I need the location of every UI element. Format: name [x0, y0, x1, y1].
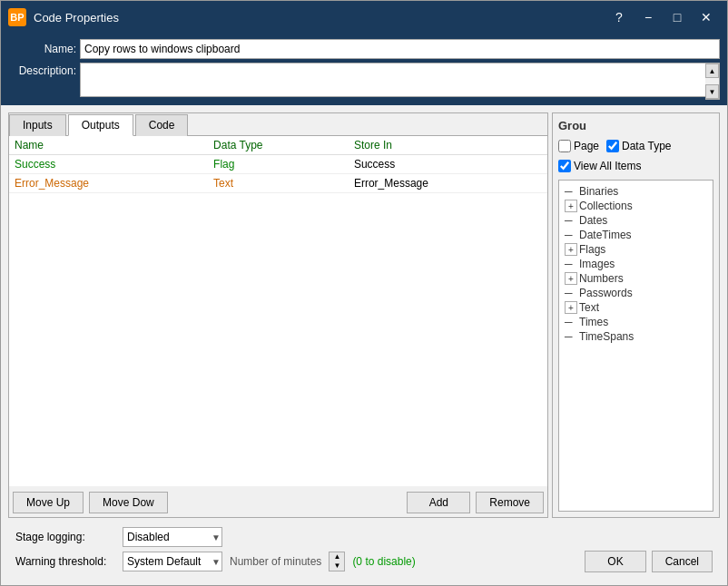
- col-storein: Store In: [349, 136, 547, 155]
- list-item: ─ Binaries: [565, 184, 707, 199]
- table-buttons: Move Up Move Dow Add Remove: [9, 486, 547, 517]
- help-button[interactable]: ?: [605, 5, 633, 30]
- close-button[interactable]: ✕: [693, 5, 720, 30]
- main-area: Inputs Outputs Code Name Data Type Store…: [8, 112, 720, 518]
- tree-line: ─: [565, 316, 577, 328]
- warning-threshold-label: Warning threshold:: [15, 555, 115, 568]
- spinner-down-button[interactable]: ▼: [330, 562, 344, 571]
- minutes-spinner: ▲ ▼: [329, 552, 345, 571]
- remove-button[interactable]: Remove: [476, 492, 544, 513]
- main-window: BP Code Properties ? − □ ✕ Name: Descrip…: [0, 0, 728, 586]
- list-item: + Text: [565, 300, 707, 315]
- list-item: ─ Passwords: [565, 286, 707, 300]
- list-item: + Numbers: [565, 271, 707, 286]
- scroll-down-arrow[interactable]: ▼: [705, 84, 719, 99]
- maximize-button[interactable]: □: [664, 5, 691, 30]
- list-item: ─ TimeSpans: [565, 329, 707, 344]
- tab-code[interactable]: Code: [135, 114, 189, 136]
- window-title: Code Properties: [34, 11, 119, 24]
- group-title: Grou: [558, 119, 713, 132]
- tree-item-label: TimeSpans: [579, 330, 634, 343]
- table-row[interactable]: Error_Message Text Error_Message: [9, 174, 547, 193]
- name-input[interactable]: [80, 39, 720, 59]
- row-datatype: Flag: [208, 155, 349, 174]
- viewall-option: View All Items: [558, 160, 713, 172]
- group-options: Page Data Type: [558, 140, 713, 152]
- stage-logging-select-wrapper: Disabled Enabled ▼: [123, 527, 222, 547]
- move-up-button[interactable]: Move Up: [13, 492, 84, 513]
- tree-expander[interactable]: +: [565, 200, 577, 212]
- footer: Stage logging: Disabled Enabled ▼ Warnin…: [8, 522, 720, 578]
- tree-line: ─: [565, 214, 577, 227]
- tree-area: ─ Binaries + Collections ─ Dates ─ DateT…: [558, 180, 713, 512]
- page-checkbox[interactable]: [558, 140, 571, 152]
- scroll-up-arrow[interactable]: ▲: [705, 63, 719, 78]
- right-panel: Grou Page Data Type View All Items: [552, 112, 720, 518]
- minimize-button[interactable]: −: [635, 5, 662, 30]
- table-area: Name Data Type Store In Success Flag Suc…: [9, 136, 547, 486]
- cancel-button[interactable]: Cancel: [652, 551, 713, 572]
- add-button[interactable]: Add: [407, 492, 470, 513]
- tab-inputs[interactable]: Inputs: [9, 114, 66, 136]
- desc-input-wrapper: ▲ ▼: [80, 63, 720, 100]
- titlebar: BP Code Properties ? − □ ✕: [1, 1, 727, 34]
- move-down-button[interactable]: Move Dow: [89, 492, 168, 513]
- col-name: Name: [9, 136, 208, 155]
- desc-scrollbar: ▲ ▼: [705, 63, 720, 100]
- tree-line: ─: [565, 258, 577, 270]
- tab-outputs[interactable]: Outputs: [68, 114, 133, 136]
- tree-line: ─: [565, 287, 577, 299]
- list-item: + Flags: [565, 242, 707, 257]
- warning-threshold-select[interactable]: System Default: [123, 552, 222, 571]
- list-item: ─ Times: [565, 315, 707, 329]
- tree-item-label: Flags: [579, 243, 605, 256]
- ok-button[interactable]: OK: [585, 551, 645, 572]
- tree-item-label: Binaries: [579, 185, 618, 198]
- warning-threshold-row: Warning threshold: System Default ▼ Numb…: [15, 551, 713, 572]
- page-label: Page: [574, 140, 599, 152]
- tree-item-label: Numbers: [579, 272, 624, 285]
- stage-logging-select[interactable]: Disabled Enabled: [123, 527, 222, 547]
- page-option: Page: [558, 140, 599, 152]
- table-row[interactable]: Success Flag Success: [9, 155, 547, 174]
- col-datatype: Data Type: [208, 136, 349, 155]
- number-of-minutes-label: Number of minutes: [230, 555, 321, 568]
- disable-hint: (0 to disable): [352, 555, 415, 568]
- desc-input[interactable]: [80, 63, 720, 97]
- left-panel: Inputs Outputs Code Name Data Type Store…: [8, 112, 548, 518]
- stage-logging-row: Stage logging: Disabled Enabled ▼: [15, 527, 713, 547]
- spinner-up-button[interactable]: ▲: [330, 552, 344, 562]
- tree-item-label: Passwords: [579, 287, 633, 299]
- tree-line: ─: [565, 229, 577, 241]
- tree-item-label: DateTimes: [579, 229, 632, 241]
- list-item: ─ DateTimes: [565, 228, 707, 242]
- tree-item-label: Text: [579, 301, 599, 314]
- list-item: ─ Images: [565, 257, 707, 271]
- datatype-label: Data Type: [622, 140, 671, 152]
- row-name: Error_Message: [9, 174, 208, 193]
- titlebar-controls: ? − □ ✕: [605, 5, 720, 30]
- tree-line: ─: [565, 185, 577, 198]
- tree-item-label: Times: [579, 316, 608, 328]
- titlebar-left: BP Code Properties: [8, 8, 119, 26]
- tree-item-label: Images: [579, 258, 615, 270]
- viewall-label: View All Items: [574, 160, 641, 172]
- list-item: ─ Dates: [565, 213, 707, 228]
- row-storein: Success: [349, 155, 547, 174]
- name-row: Name:: [8, 39, 720, 59]
- tree-expander[interactable]: +: [565, 243, 577, 256]
- list-item: + Collections: [565, 199, 707, 213]
- row-storein: Error_Message: [349, 174, 547, 193]
- tree-item-label: Collections: [579, 200, 633, 212]
- name-label: Name:: [8, 43, 76, 55]
- app-icon: BP: [8, 8, 26, 26]
- datatype-checkbox[interactable]: [606, 140, 619, 152]
- tree-expander[interactable]: +: [565, 301, 577, 314]
- warning-threshold-select-wrapper: System Default ▼: [123, 552, 222, 571]
- viewall-checkbox[interactable]: [558, 160, 571, 172]
- stage-logging-label: Stage logging:: [15, 531, 115, 543]
- desc-row: Description: ▲ ▼: [8, 63, 720, 100]
- datatype-option: Data Type: [606, 140, 671, 152]
- tree-line: ─: [565, 330, 577, 343]
- tree-expander[interactable]: +: [565, 272, 577, 285]
